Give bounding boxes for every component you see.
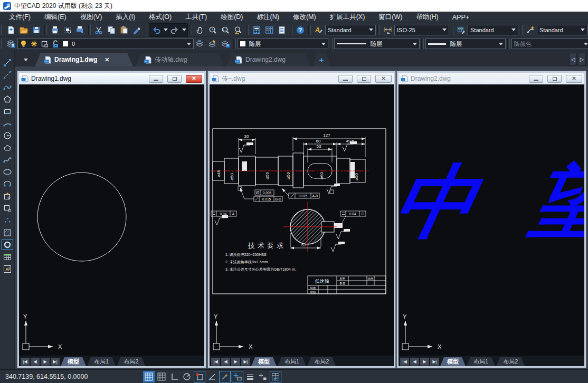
plot-button[interactable] [74,24,87,36]
redo-dropdown[interactable] [181,24,187,36]
mleader-style-select[interactable]: Standard [537,25,587,35]
last-layout-button[interactable]: ▶| [430,358,439,366]
last-layout-button[interactable]: ▶| [51,358,60,366]
linetype-select[interactable]: 随层 [334,39,420,49]
quick-input-toggle[interactable] [257,371,269,382]
model-tab[interactable]: 模型 [61,357,86,366]
minimize-button[interactable] [338,75,353,83]
close-tab-icon[interactable]: ✕ [105,56,109,63]
otrack-toggle[interactable] [219,371,231,382]
text-style-button[interactable]: A [312,24,325,36]
minimize-button[interactable] [149,75,163,83]
layer-previous-button[interactable] [194,37,206,50]
menu-tools[interactable]: 工具(T) [178,12,214,23]
dyn-input-toggle[interactable] [232,371,243,382]
angle-override-toggle[interactable] [206,371,218,382]
menu-file[interactable]: 文件(F) [2,12,37,23]
first-layout-button[interactable]: |◀ [211,358,220,366]
last-layout-button[interactable]: ▶| [241,358,250,366]
prev-layout-button[interactable]: ◀ [221,358,230,366]
prev-layout-button[interactable]: ◀ [31,358,40,366]
layer-states-button[interactable] [206,37,219,50]
minimize-button[interactable] [529,75,543,83]
tab-scroll-right-button[interactable]: ▷ [578,53,586,65]
redo-button[interactable] [168,24,181,36]
pan-button[interactable] [194,24,206,36]
text-style-select[interactable]: Standard [325,25,376,35]
new-button[interactable] [5,24,17,36]
dim-style-select[interactable]: ISO-25 [394,25,449,35]
open-button[interactable] [17,24,30,36]
ellipse-arc-button[interactable] [2,179,13,189]
cut-button[interactable] [92,24,105,36]
window-title-bar[interactable]: 传~.dwg ✕ [210,73,394,84]
restore-button[interactable] [547,75,562,83]
menu-dimension[interactable]: 标注(N) [250,12,286,23]
dim-style-button[interactable] [382,24,394,36]
doc-tab-drawing2[interactable]: Drawing2.dwg [226,53,310,66]
print-preview-button[interactable] [61,24,74,36]
drawing2-canvas[interactable]: 中 望 Y X [399,84,584,356]
line-button[interactable] [2,58,13,68]
menu-modify[interactable]: 修改(M) [286,12,323,23]
construction-line-button[interactable] [2,70,13,80]
new-tab-button[interactable]: + [312,53,330,66]
toolbar-grip[interactable] [1,25,3,35]
model-tab[interactable]: 模型 [440,357,466,366]
undo-dropdown[interactable] [163,24,168,36]
close-button[interactable]: ✕ [186,75,202,83]
doc-tab-drawing1[interactable]: Drawing1.dwg ✕ [35,53,133,66]
color-select[interactable]: 随层 [238,39,328,49]
insert-block-button[interactable] [2,191,13,202]
print-button[interactable] [49,24,61,36]
table-button[interactable] [2,252,13,262]
layout2-tab[interactable]: 布局2 [307,357,336,366]
model-tab[interactable]: 模型 [251,357,277,366]
next-layout-button[interactable]: ▶ [420,358,429,366]
designcenter-button[interactable] [263,24,276,36]
arc-button[interactable] [2,118,13,129]
ellipse-button[interactable] [2,167,13,177]
restore-button[interactable] [357,75,371,83]
quickcalc-button[interactable] [250,24,263,36]
menu-express[interactable]: 扩展工具(X) [323,12,372,23]
menu-format[interactable]: 格式(O) [142,12,178,23]
tab-scroll-left-button[interactable]: ◁ [569,53,577,65]
ortho-toggle[interactable] [168,371,180,382]
drawing1-canvas[interactable]: Y X [19,84,204,356]
osnap-toggle[interactable] [194,371,205,382]
help-button[interactable]: ? [294,24,307,36]
hatch-button[interactable] [2,227,13,238]
spline-button[interactable] [2,155,13,165]
table-style-button[interactable] [455,24,468,36]
prev-layout-button[interactable]: ◀ [410,358,419,366]
rectangle-button[interactable] [2,106,13,117]
lineweight-select[interactable]: 随层 [425,39,506,49]
tab-list-dropdown[interactable] [20,54,32,65]
make-block-button[interactable] [2,203,13,214]
next-layout-button[interactable]: ▶ [41,358,50,366]
revision-cloud-button[interactable] [2,142,13,153]
next-layout-button[interactable]: ▶ [231,358,240,366]
paste-button[interactable] [118,24,130,36]
save-button[interactable] [30,24,43,36]
polyline-button[interactable] [2,82,13,92]
window-title-bar[interactable]: Drawing1.dwg ✕ [19,73,204,84]
menu-view[interactable]: 视图(V) [73,12,109,23]
close-button[interactable]: ✕ [375,75,392,83]
properties-button[interactable] [276,24,288,36]
window-title-bar[interactable]: Drawing2.dwg ✕ [399,73,584,84]
menu-app-plus[interactable]: APP+ [445,12,476,23]
mtext-button[interactable]: A [2,264,13,274]
first-layout-button[interactable]: |◀ [400,358,409,366]
first-layout-button[interactable]: |◀ [21,358,30,366]
circle-button[interactable] [2,130,13,141]
copy-button[interactable] [105,24,118,36]
donut-button[interactable] [2,240,13,250]
grid-toggle[interactable] [143,371,155,382]
layer-select[interactable]: 0 [17,39,194,49]
polar-toggle[interactable] [181,371,193,382]
mleader-style-button[interactable] [524,24,537,36]
point-button[interactable] [2,215,13,226]
menu-edit[interactable]: 编辑(E) [37,12,73,23]
